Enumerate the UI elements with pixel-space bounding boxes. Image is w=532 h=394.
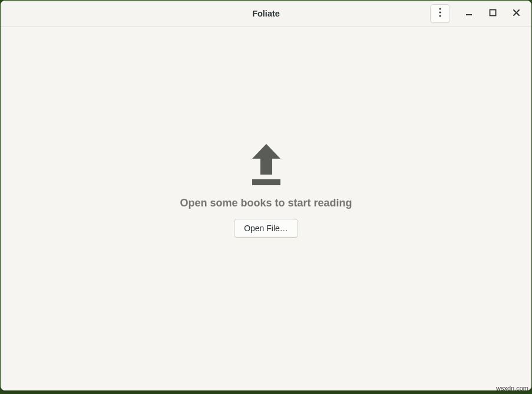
more-vertical-icon xyxy=(436,7,444,20)
close-icon xyxy=(513,8,520,19)
upload-icon xyxy=(247,144,285,188)
empty-state: Open some books to start reading Open Fi… xyxy=(180,144,352,238)
minimize-icon xyxy=(465,8,473,19)
svg-rect-5 xyxy=(252,179,280,185)
svg-point-1 xyxy=(439,11,441,13)
menu-button[interactable] xyxy=(430,4,450,23)
minimize-button[interactable] xyxy=(458,5,480,22)
svg-point-2 xyxy=(439,15,441,17)
headerbar: Foliate xyxy=(1,1,531,27)
watermark: wsxdn.com xyxy=(496,385,528,392)
maximize-icon xyxy=(489,8,497,19)
close-button[interactable] xyxy=(505,5,527,22)
main-content: Open some books to start reading Open Fi… xyxy=(1,27,531,390)
svg-rect-3 xyxy=(466,14,472,15)
open-file-button[interactable]: Open File… xyxy=(234,219,298,238)
app-window: Foliate xyxy=(1,1,531,390)
maximize-button[interactable] xyxy=(482,5,503,22)
empty-state-text: Open some books to start reading xyxy=(180,197,352,209)
headerbar-right xyxy=(430,4,527,23)
svg-point-0 xyxy=(439,8,441,9)
window-controls xyxy=(458,5,527,22)
svg-rect-4 xyxy=(490,9,495,15)
